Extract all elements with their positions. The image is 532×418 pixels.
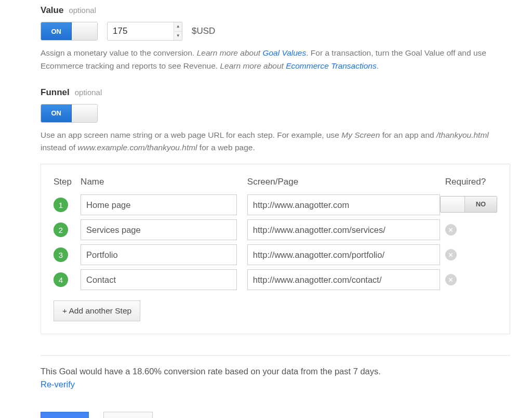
separator <box>41 355 510 356</box>
funnel-header: Funnel optional <box>41 87 532 98</box>
value-description: Assign a monetary value to the conversio… <box>41 47 498 73</box>
funnel-desc-a: Use an app screen name string or a web p… <box>41 130 341 139</box>
funnel-desc-b: My Screen <box>341 130 380 139</box>
th-name: Name <box>81 177 237 192</box>
step-page-input[interactable] <box>247 219 440 240</box>
value-toggle-on-label: ON <box>41 22 72 40</box>
th-required: Required? <box>440 177 497 192</box>
table-row: 1NO <box>54 192 497 217</box>
value-controls-row: ON ▲ ▼ $USD <box>41 22 532 41</box>
required-toggle-label: NO <box>465 197 496 212</box>
step-number-badge: 1 <box>54 198 68 212</box>
value-amount-input[interactable] <box>108 22 174 40</box>
step-name-input[interactable] <box>81 194 237 215</box>
funnel-table: Step Name Screen/Page Required? 1NO2✕3✕4… <box>54 177 497 292</box>
verify-text: This Goal would have a 18.60% conversion… <box>41 367 381 376</box>
value-spin-down[interactable]: ▼ <box>174 32 182 41</box>
funnel-toggle[interactable]: ON <box>41 104 98 123</box>
funnel-steps-box: Step Name Screen/Page Required? 1NO2✕3✕4… <box>41 164 510 334</box>
step-name-input[interactable] <box>81 269 237 290</box>
step-number-badge: 4 <box>54 272 68 287</box>
value-title: Value <box>41 5 63 16</box>
delete-step-icon[interactable]: ✕ <box>445 249 457 260</box>
funnel-desc-f: www.example.com/thankyou.html <box>78 143 197 152</box>
value-desc-part1: Assign a monetary value to the conversio… <box>41 48 197 57</box>
step-number-badge: 2 <box>54 223 68 237</box>
step-number-badge: 3 <box>54 247 68 262</box>
funnel-description: Use an app screen name string or a web p… <box>41 129 498 155</box>
table-row: 3✕ <box>54 242 497 267</box>
value-toggle-off-side <box>72 22 97 40</box>
th-step: Step <box>54 177 81 192</box>
value-spinner: ▲ ▼ <box>174 22 182 40</box>
funnel-optional: optional <box>75 88 102 97</box>
save-button[interactable]: Save <box>41 412 89 418</box>
funnel-toggle-row: ON <box>41 104 532 123</box>
funnel-desc-c: for an app and <box>380 130 436 139</box>
button-row: Save Cancel <box>41 412 532 418</box>
value-desc-italic2: Learn more about <box>220 61 286 70</box>
funnel-toggle-off-side <box>72 104 97 122</box>
value-optional: optional <box>69 6 96 15</box>
add-step-button[interactable]: + Add another Step <box>54 301 140 321</box>
goal-values-link[interactable]: Goal Values <box>262 48 306 57</box>
value-toggle[interactable]: ON <box>41 22 98 41</box>
step-page-input[interactable] <box>247 269 440 290</box>
funnel-desc-d: /thankyou.html <box>436 130 489 139</box>
table-row: 4✕ <box>54 267 497 292</box>
cancel-button[interactable]: Cancel <box>103 412 153 418</box>
value-header: Value optional <box>41 5 532 16</box>
th-page: Screen/Page <box>247 177 440 192</box>
delete-step-icon[interactable]: ✕ <box>445 274 457 285</box>
step-name-input[interactable] <box>81 244 237 265</box>
funnel-desc-g: for a web page. <box>197 143 255 152</box>
required-toggle[interactable]: NO <box>440 196 497 213</box>
funnel-title: Funnel <box>41 87 70 98</box>
step-name-input[interactable] <box>81 219 237 240</box>
step-page-input[interactable] <box>247 244 440 265</box>
value-currency: $USD <box>192 26 215 36</box>
funnel-section: Funnel optional ON Use an app screen nam… <box>41 87 532 335</box>
value-amount-wrapper: ▲ ▼ <box>107 22 182 41</box>
table-row: 2✕ <box>54 217 497 242</box>
ecommerce-link[interactable]: Ecommerce Transactions <box>286 61 377 70</box>
value-section: Value optional ON ▲ ▼ $USD Assign a mone… <box>41 5 532 73</box>
funnel-desc-e: instead of <box>41 143 78 152</box>
value-desc-italic1: Learn more about <box>197 48 263 57</box>
verify-block: This Goal would have a 18.60% conversion… <box>41 365 498 391</box>
delete-step-icon[interactable]: ✕ <box>445 224 457 236</box>
step-page-input[interactable] <box>247 194 440 215</box>
reverify-link[interactable]: Re-verify <box>41 380 75 389</box>
value-desc-period: . <box>377 61 379 70</box>
value-spin-up[interactable]: ▲ <box>174 22 182 32</box>
funnel-toggle-on-label: ON <box>41 104 72 122</box>
